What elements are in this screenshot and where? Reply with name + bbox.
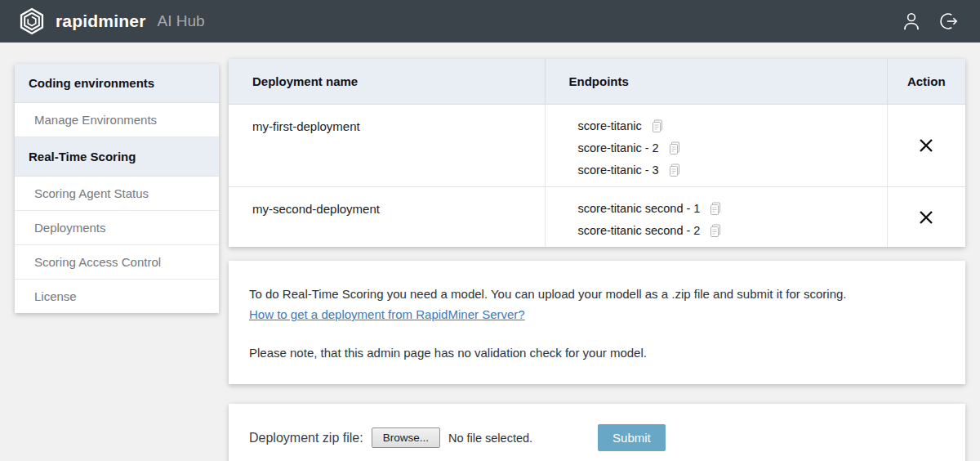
endpoint-row: score-titanic second - 2	[578, 220, 879, 242]
deployments-table: Deployment name Endpoints Action my-firs…	[229, 59, 965, 247]
sidebar-section-real-time-scoring: Real-Time Scoring	[15, 137, 219, 177]
scoring-info-card: To do Real-Time Scoring you need a model…	[229, 261, 965, 384]
info-text-line: To do Real-Time Scoring you need a model…	[249, 284, 945, 304]
table-header-row: Deployment name Endpoints Action	[229, 59, 965, 105]
deployments-table-card: Deployment name Endpoints Action my-firs…	[229, 59, 965, 247]
browse-file-button[interactable]: Browse...	[372, 427, 440, 448]
copy-endpoint-icon[interactable]	[669, 163, 680, 177]
endpoint-row: score-titanic - 3	[578, 159, 879, 181]
endpoint-row: score-titanic second - 1	[578, 198, 879, 220]
deployment-docs-link[interactable]: How to get a deployment from RapidMiner …	[249, 304, 525, 324]
endpoint-name: score-titanic - 2	[578, 137, 659, 159]
submit-button[interactable]: Submit	[598, 424, 666, 451]
deployment-name: my-first-deployment	[252, 115, 537, 137]
endpoint-name: score-titanic second - 2	[578, 220, 701, 242]
sidebar-item-scoring-access-control[interactable]: Scoring Access Control	[15, 245, 219, 280]
copy-endpoint-icon[interactable]	[669, 141, 680, 155]
deployment-name: my-second-deployment	[252, 198, 537, 220]
table-row: my-first-deployment score-titanic	[229, 105, 965, 187]
endpoint-row: score-titanic	[578, 115, 879, 137]
info-note-line: Please note, that this admin page has no…	[249, 342, 945, 363]
x-delete-icon	[916, 208, 936, 227]
x-delete-icon	[916, 136, 936, 155]
user-account-icon[interactable]	[901, 11, 922, 32]
navbar-brand[interactable]: rapidminer AI Hub	[18, 7, 205, 35]
logout-icon[interactable]	[938, 11, 960, 32]
sidebar-item-license[interactable]: License	[15, 280, 219, 313]
upload-deployment-card: Deployment zip file: Browse... No file s…	[229, 404, 965, 461]
file-input-label: Deployment zip file:	[249, 431, 363, 445]
column-header-endpoints: Endpoints	[545, 59, 887, 105]
brand-name: rapidminer	[56, 11, 146, 31]
sidebar-item-scoring-agent-status[interactable]: Scoring Agent Status	[15, 177, 219, 211]
copy-endpoint-icon[interactable]	[710, 202, 721, 216]
copy-endpoint-icon[interactable]	[710, 224, 721, 238]
table-row: my-second-deployment score-titanic secon…	[229, 187, 965, 248]
delete-deployment-button[interactable]	[911, 132, 941, 159]
file-status-text: No file selected.	[448, 432, 532, 445]
sidebar-item-deployments[interactable]: Deployments	[15, 211, 219, 245]
rapidminer-logo-icon	[18, 7, 46, 35]
endpoint-name: score-titanic	[578, 115, 642, 137]
endpoint-name: score-titanic - 3	[578, 159, 659, 181]
delete-deployment-button[interactable]	[911, 204, 941, 230]
endpoint-row: score-titanic - 2	[578, 137, 879, 159]
sidebar-nav: Coding environments Manage Environments …	[15, 64, 219, 313]
column-header-action: Action	[887, 59, 965, 105]
brand-product-name: AI Hub	[158, 12, 205, 30]
column-header-deployment-name: Deployment name	[229, 59, 545, 105]
copy-endpoint-icon[interactable]	[652, 119, 663, 133]
sidebar-section-coding-environments: Coding environments	[15, 64, 219, 103]
endpoint-name: score-titanic second - 1	[578, 198, 701, 220]
sidebar-item-manage-environments[interactable]: Manage Environments	[15, 103, 219, 137]
top-navbar: rapidminer AI Hub	[0, 0, 980, 43]
